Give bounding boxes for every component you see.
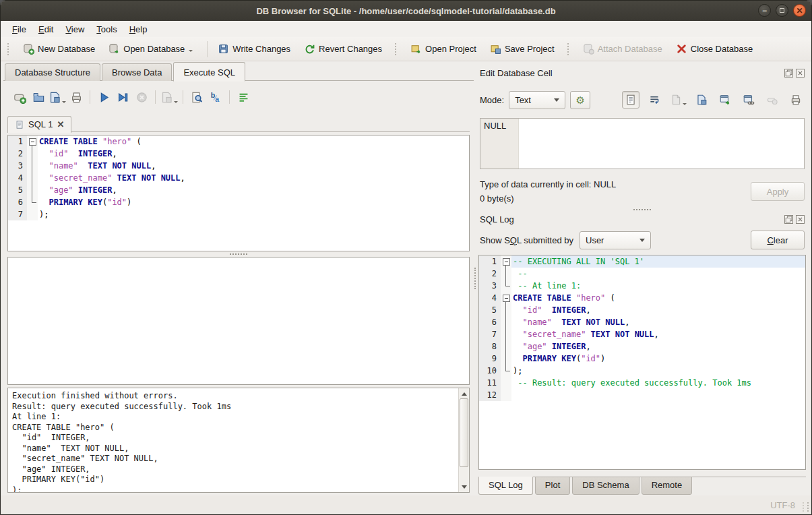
close-database-button-label: Close Database: [691, 44, 753, 54]
close-panel-button[interactable]: [796, 69, 805, 78]
close-button[interactable]: ✕: [793, 4, 806, 17]
filter-label: Show SQL submitted by: [480, 235, 573, 245]
splitter-handle[interactable]: [478, 207, 806, 212]
tab-execute-sql[interactable]: Execute SQL: [173, 62, 245, 82]
line-number: 4: [479, 292, 501, 304]
code-line: 3 "name" TEXT NOT NULL,: [8, 160, 469, 172]
sql-editor[interactable]: 1CREATE TABLE "hero" (2 "id" INTEGER,3 "…: [7, 135, 470, 251]
print-cell-button[interactable]: [787, 91, 805, 109]
scrollbar-thumb[interactable]: [460, 398, 468, 467]
title-bar[interactable]: DB Browser for SQLite - /home/user/code/…: [1, 1, 811, 21]
new-tab-button[interactable]: [10, 88, 29, 106]
stop-button[interactable]: [132, 88, 151, 106]
execute-current-line-button[interactable]: [113, 88, 132, 106]
import-file-button[interactable]: [669, 91, 687, 109]
float-panel-button[interactable]: [784, 69, 793, 78]
close-panel-button[interactable]: [796, 215, 805, 224]
word-wrap-button[interactable]: [646, 91, 663, 109]
toolbar-separator: [183, 90, 183, 104]
scroll-down-button[interactable]: [459, 482, 469, 492]
revert-changes-button[interactable]: Revert Changes: [299, 40, 387, 57]
open-sql-file-button[interactable]: [29, 88, 48, 106]
code-line: 4 "secret_name" TEXT NOT NULL,: [8, 172, 469, 184]
save-results-icon: [160, 91, 173, 104]
fold-marker[interactable]: [501, 255, 511, 268]
sql-log-view[interactable]: 1-- EXECUTING ALL IN 'SQL 1'2 --3 -- At …: [478, 255, 806, 470]
results-scrollbar[interactable]: [458, 388, 469, 492]
word-wrap-button[interactable]: [234, 88, 253, 106]
save-project-button[interactable]: Save Project: [485, 40, 559, 57]
mode-select[interactable]: Text: [509, 91, 565, 109]
write-changes-button[interactable]: Write Changes: [213, 40, 295, 57]
save-results-button[interactable]: [160, 88, 179, 106]
open-database-button[interactable]: Open Database: [104, 40, 197, 57]
fold-margin: [501, 377, 511, 389]
results-message-text[interactable]: Execution finished without errors. Resul…: [8, 388, 458, 492]
cell-editor-box[interactable]: NULL: [480, 118, 805, 169]
encoding-indicator[interactable]: UTF-8: [770, 500, 795, 510]
set-null-button[interactable]: [763, 91, 781, 109]
tab-sql-log[interactable]: SQL Log: [478, 477, 533, 495]
open-project-button[interactable]: Open Project: [406, 40, 481, 57]
tab-plot[interactable]: Plot: [535, 477, 570, 495]
filter-value: User: [586, 235, 604, 245]
float-panel-button[interactable]: [784, 215, 793, 224]
tab-db-schema[interactable]: DB Schema: [572, 477, 639, 495]
auto-switch-mode-button[interactable]: ⚙: [570, 91, 590, 109]
panel-splitter[interactable]: [474, 61, 477, 495]
menu-view[interactable]: View: [59, 22, 90, 36]
find-replace-button[interactable]: [187, 88, 206, 106]
menu-file[interactable]: File: [6, 22, 32, 36]
code-line: 1CREATE TABLE "hero" (: [8, 135, 469, 148]
print-icon: [790, 94, 802, 106]
close-database-icon: [676, 43, 687, 55]
print-icon: [70, 91, 83, 104]
edit-cell-title: Edit Database Cell: [480, 68, 784, 78]
fold-marker[interactable]: [501, 292, 511, 304]
scroll-up-button[interactable]: [459, 388, 469, 398]
line-number: 11: [479, 377, 501, 389]
tab-remote[interactable]: Remote: [642, 477, 693, 495]
scrollbar-track[interactable]: [459, 398, 469, 482]
maximize-button[interactable]: [776, 4, 788, 17]
sql-tab[interactable]: SQL 1 ✕: [7, 116, 71, 133]
attach-database-button-label: Attach Database: [598, 44, 662, 54]
text-view-button[interactable]: [622, 91, 639, 109]
new-database-button[interactable]: New Database: [18, 40, 100, 57]
fold-marker: [27, 160, 38, 172]
execute-all-button[interactable]: [94, 88, 113, 106]
attach-database-button[interactable]: Attach Database: [578, 40, 667, 57]
minimize-button[interactable]: −: [758, 4, 771, 17]
open-project-icon: [410, 43, 422, 55]
cell-text-area[interactable]: [519, 119, 804, 169]
save-sql-icon: [49, 91, 61, 104]
sql-tab-close-icon[interactable]: ✕: [57, 120, 64, 129]
menu-edit[interactable]: Edit: [32, 22, 59, 36]
tab-database-structure[interactable]: Database Structure: [5, 63, 100, 81]
apply-button[interactable]: Apply: [751, 182, 805, 201]
open-database-button-label: Open Database: [123, 44, 185, 54]
auto-format-button[interactable]: ba: [206, 88, 225, 106]
results-grid[interactable]: [7, 257, 470, 385]
tab-browse-data[interactable]: Browse Data: [102, 63, 172, 81]
sql-filter-select[interactable]: User: [580, 231, 651, 249]
line-number: 7: [479, 328, 501, 340]
export-file-button[interactable]: [693, 91, 710, 109]
save-sql-file-button[interactable]: [48, 88, 67, 106]
print-button[interactable]: [67, 88, 86, 106]
close-database-button[interactable]: Close Database: [671, 40, 758, 57]
copy-link-button[interactable]: [740, 91, 757, 109]
attach-database-icon: [583, 43, 594, 55]
fold-marker: [501, 268, 511, 280]
clear-button[interactable]: Clear: [751, 231, 805, 249]
menu-help[interactable]: Help: [123, 22, 154, 36]
splitter-handle[interactable]: [7, 251, 470, 257]
write-changes-button-label: Write Changes: [232, 44, 290, 54]
menu-tools[interactable]: Tools: [90, 22, 123, 36]
maximize-icon: [780, 8, 784, 13]
fold-marker[interactable]: [27, 135, 38, 148]
revert-changes-button-label: Revert Changes: [319, 44, 382, 54]
export-file-icon: [695, 94, 708, 106]
resize-grip[interactable]: [803, 502, 809, 512]
open-external-button[interactable]: [716, 91, 734, 109]
